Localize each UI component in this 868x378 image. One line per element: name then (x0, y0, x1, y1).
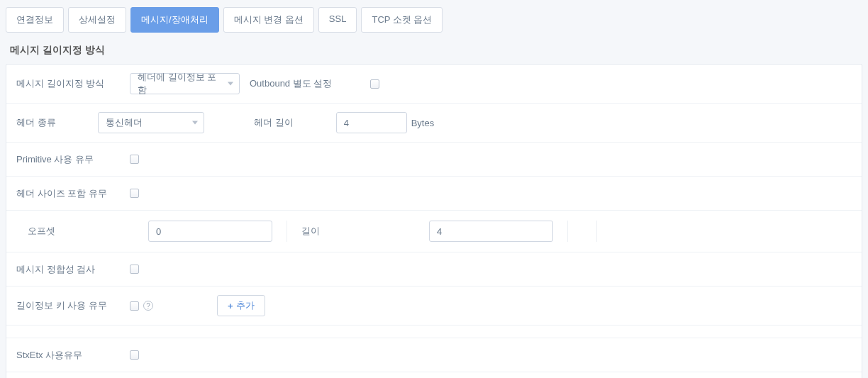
plus-icon: + (228, 301, 233, 311)
tab-bar: 연결정보 상세설정 메시지/장애처리 메시지 변경 옵션 SSL TCP 소켓 … (6, 6, 862, 41)
spacer (6, 326, 862, 338)
caret-down-icon (192, 121, 198, 125)
row-offset-length: 오프셋 길이 (6, 211, 862, 252)
row-header-type: 헤더 종류 통신헤더 헤더 길이 Bytes (6, 104, 862, 143)
length-key-label: 길이정보 키 사용 유무 (16, 299, 130, 312)
primitive-checkbox[interactable] (130, 155, 139, 164)
offset-input[interactable] (148, 221, 272, 242)
row-tcp-agent: TCP 에이전트 사용 (6, 372, 862, 378)
outbound-label: Outbound 별도 설정 (250, 77, 332, 90)
primitive-label: Primitive 사용 유무 (16, 153, 130, 166)
stxetx-checkbox[interactable] (130, 350, 139, 360)
header-type-select[interactable]: 통신헤더 (98, 112, 204, 133)
header-length-unit: Bytes (411, 118, 435, 128)
integrity-checkbox[interactable] (130, 265, 139, 274)
integrity-label: 메시지 정합성 검사 (16, 263, 130, 276)
add-button[interactable]: + 추가 (217, 295, 265, 316)
add-button-label: 추가 (236, 299, 255, 312)
row-length-key: 길이정보 키 사용 유무 ? + 추가 (6, 287, 862, 326)
tab-tcp-socket[interactable]: TCP 소켓 옵션 (361, 7, 443, 33)
offset-label: 오프셋 (28, 225, 56, 238)
help-icon[interactable]: ? (143, 301, 153, 311)
header-length-input[interactable] (336, 112, 407, 133)
tab-ssl[interactable]: SSL (318, 7, 357, 33)
tab-message[interactable]: 메시지/장애처리 (130, 7, 219, 33)
header-size-checkbox[interactable] (130, 189, 139, 198)
row-primitive: Primitive 사용 유무 (6, 143, 862, 177)
length-label: 길이 (301, 225, 330, 238)
length-key-checkbox[interactable] (130, 301, 139, 311)
length-input[interactable] (429, 221, 553, 242)
outbound-checkbox[interactable] (370, 79, 379, 89)
tab-message-option[interactable]: 메시지 변경 옵션 (223, 7, 314, 33)
header-type-value: 통신헤더 (106, 116, 143, 129)
row-integrity: 메시지 정합성 검사 (6, 252, 862, 287)
settings-panel: 메시지 길이지정 방식 헤더에 길이정보 포함 Outbound 별도 설정 헤… (6, 64, 862, 378)
row-stxetx: StxEtx 사용유무 (6, 338, 862, 372)
stxetx-label: StxEtx 사용유무 (16, 349, 130, 362)
length-method-select[interactable]: 헤더에 길이정보 포함 (130, 73, 240, 94)
row-length-method: 메시지 길이지정 방식 헤더에 길이정보 포함 Outbound 별도 설정 (6, 65, 862, 104)
caret-down-icon (228, 82, 233, 86)
row-header-size: 헤더 사이즈 포함 유무 (6, 177, 862, 211)
header-size-label: 헤더 사이즈 포함 유무 (16, 187, 130, 200)
section-title: 메시지 길이지정 방식 (6, 41, 862, 64)
header-length-label: 헤더 길이 (254, 116, 294, 129)
length-method-label: 메시지 길이지정 방식 (16, 77, 130, 90)
header-type-label: 헤더 종류 (16, 116, 98, 129)
tab-detail[interactable]: 상세설정 (68, 7, 126, 33)
length-method-value: 헤더에 길이정보 포함 (138, 71, 219, 96)
tab-connection[interactable]: 연결정보 (6, 7, 64, 33)
